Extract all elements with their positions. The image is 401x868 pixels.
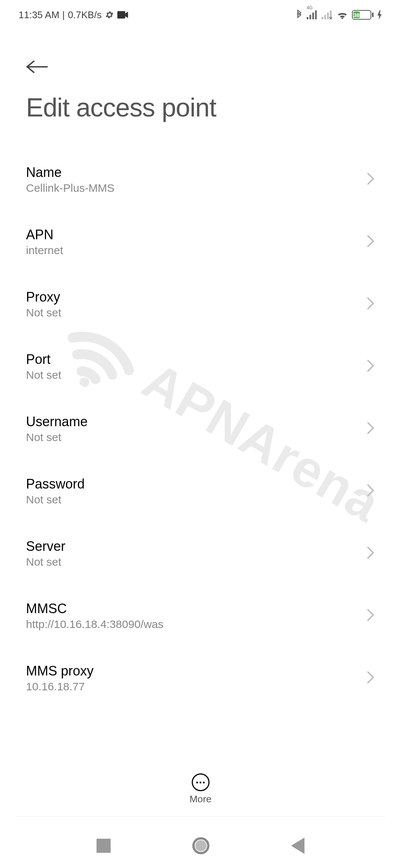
- separator: |: [62, 9, 65, 21]
- nav-back-button[interactable]: [291, 838, 304, 854]
- setting-label: Port: [26, 352, 375, 367]
- svg-rect-7: [325, 15, 326, 19]
- setting-row-server[interactable]: ServerNot set: [26, 522, 375, 585]
- setting-label: APN: [26, 227, 375, 243]
- signal-4g-icon: 4G: [307, 10, 318, 19]
- chevron-right-icon: [366, 297, 375, 312]
- chevron-right-icon: [366, 421, 375, 436]
- more-label: More: [189, 793, 211, 805]
- setting-value: Not set: [26, 369, 375, 381]
- setting-row-password[interactable]: PasswordNot set: [26, 460, 375, 522]
- app-bar: [0, 37, 401, 82]
- chevron-right-icon: [366, 172, 375, 187]
- arrow-left-icon: [26, 59, 48, 74]
- more-icon: [192, 773, 209, 791]
- nav-home-button[interactable]: [192, 837, 209, 854]
- netspeed-text: 0.7KB/s: [68, 9, 102, 21]
- battery-indicator: 38: [352, 10, 374, 20]
- setting-value: Not set: [26, 431, 375, 444]
- divider: [15, 816, 386, 817]
- setting-value: 10.16.18.77: [26, 680, 375, 693]
- setting-label: MMSC: [26, 601, 375, 617]
- status-left-cluster: 11:35 AM | 0.7KB/s: [19, 9, 128, 21]
- svg-rect-6: [322, 17, 323, 19]
- chevron-right-icon: [366, 671, 375, 685]
- clock-text: 11:35 AM: [19, 9, 59, 21]
- setting-row-port[interactable]: PortNot set: [26, 335, 375, 398]
- setting-value: Cellink-Plus-MMS: [26, 182, 375, 194]
- setting-value: Not set: [26, 556, 375, 568]
- setting-label: Password: [26, 476, 375, 492]
- setting-value: Not set: [26, 493, 375, 506]
- setting-row-name[interactable]: NameCellink-Plus-MMS: [26, 148, 375, 211]
- setting-label: MMS proxy: [26, 663, 375, 679]
- page-title: Edit access point: [26, 93, 216, 122]
- chevron-right-icon: [366, 234, 375, 249]
- setting-row-mms-proxy[interactable]: MMS proxy10.16.18.77: [26, 647, 375, 709]
- svg-rect-8: [327, 13, 329, 19]
- nav-recent-button[interactable]: [97, 839, 111, 853]
- setting-row-username[interactable]: UsernameNot set: [26, 398, 375, 460]
- charging-icon: [377, 10, 382, 20]
- svg-rect-5: [315, 10, 317, 19]
- signal-nosim-icon: [322, 10, 333, 19]
- svg-rect-3: [310, 15, 312, 19]
- more-button[interactable]: More: [189, 773, 211, 805]
- back-button[interactable]: [26, 56, 48, 78]
- chevron-right-icon: [366, 484, 375, 499]
- camera-icon: [117, 11, 128, 19]
- setting-row-apn[interactable]: APNinternet: [26, 211, 375, 273]
- wifi-icon: [336, 10, 348, 19]
- setting-label: Username: [26, 414, 375, 430]
- svg-rect-1: [117, 11, 125, 19]
- setting-label: Server: [26, 539, 375, 554]
- chevron-right-icon: [366, 359, 375, 374]
- setting-row-proxy[interactable]: ProxyNot set: [26, 273, 375, 335]
- bluetooth-icon: [296, 10, 303, 20]
- svg-rect-4: [312, 13, 314, 19]
- chevron-right-icon: [366, 608, 375, 623]
- setting-value: internet: [26, 244, 375, 257]
- setting-label: Name: [26, 165, 375, 180]
- setting-label: Proxy: [26, 289, 375, 305]
- settings-list: NameCellink-Plus-MMSAPNinternetProxyNot …: [0, 148, 401, 764]
- setting-value: Not set: [26, 306, 375, 319]
- navigation-bar: [0, 823, 401, 868]
- status-bar: 11:35 AM | 0.7KB/s 4G 38: [0, 0, 401, 22]
- setting-value: http://10.16.18.4:38090/was: [26, 618, 375, 631]
- svg-rect-2: [307, 17, 309, 19]
- gear-icon: [105, 10, 114, 20]
- setting-row-mmsc[interactable]: MMSChttp://10.16.18.4:38090/was: [26, 585, 375, 647]
- chevron-right-icon: [366, 546, 375, 561]
- status-right-cluster: 4G 38: [296, 10, 382, 20]
